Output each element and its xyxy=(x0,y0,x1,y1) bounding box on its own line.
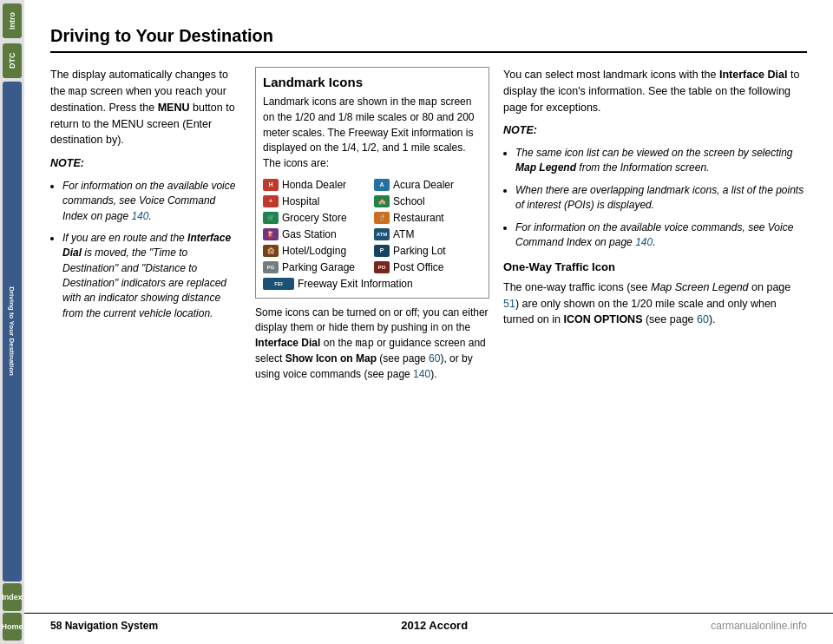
left-bullet-2: If you are en route and the Interface Di… xyxy=(62,231,241,321)
map-word-1: map xyxy=(69,86,88,98)
icon-parking-lot: P Parking Lot xyxy=(374,244,482,258)
right-bullet-2: When there are overlapping landmark icon… xyxy=(515,183,807,214)
sidebar-tab-dtc-label: DTC xyxy=(8,53,16,69)
sidebar: Intro DTC Driving to Your Destination In… xyxy=(0,0,24,644)
page-title: Driving to Your Destination xyxy=(50,26,807,53)
middle-column: Landmark Icons Landmark icons are shown … xyxy=(255,67,489,382)
school-badge: 🏫 xyxy=(374,195,390,207)
one-way-text: The one-way traffic icons (see Map Scree… xyxy=(503,279,807,328)
sidebar-tab-intro-label: Intro xyxy=(8,12,16,30)
parking-lot-badge: P xyxy=(374,245,390,257)
sidebar-tab-dtc[interactable]: DTC xyxy=(3,43,22,78)
right-note: NOTE: The same icon list can be viewed o… xyxy=(503,122,807,250)
hotel-label: Hotel/Lodging xyxy=(282,245,346,257)
gas-station-badge: ⛽ xyxy=(263,228,279,240)
menu-bold: MENU xyxy=(158,102,190,114)
grocery-label: Grocery Store xyxy=(282,212,347,224)
icon-restaurant: 🍴 Restaurant xyxy=(374,211,482,225)
landmark-box: Landmark Icons Landmark icons are shown … xyxy=(255,67,489,299)
landmark-below-text: Some icons can be turned on or off; you … xyxy=(255,306,489,382)
icon-options-bold: ICON OPTIONS xyxy=(564,313,643,325)
icon-parking-garage: PG Parking Garage xyxy=(263,260,371,274)
page-link-140-1[interactable]: 140 xyxy=(131,210,148,222)
icon-post-office: PO Post Office xyxy=(374,260,482,274)
hospital-badge: + xyxy=(263,195,279,207)
sidebar-tab-home-label: Home xyxy=(2,622,23,631)
footer-left: 58 Navigation System xyxy=(50,620,158,632)
icons-grid: H Honda Dealer A Acura Dealer + Hospital… xyxy=(263,178,482,291)
interface-dial-bold-3: Interface Dial xyxy=(719,69,788,81)
parking-garage-badge: PG xyxy=(263,261,279,273)
icon-acura-dealer: A Acura Dealer xyxy=(374,178,482,192)
footer-right: carmanualonline.info xyxy=(711,620,807,632)
post-office-label: Post Office xyxy=(393,261,443,273)
right-bullet-1: The same icon list can be viewed on the … xyxy=(515,146,807,176)
acura-dealer-badge: A xyxy=(374,179,390,191)
page-link-60-1[interactable]: 60 xyxy=(429,352,440,365)
page-link-140-3[interactable]: 140 xyxy=(635,236,653,248)
right-para1: You can select most landmark icons with … xyxy=(503,67,807,115)
parking-lot-label: Parking Lot xyxy=(393,245,446,257)
left-bullet-1: For information on the available voice c… xyxy=(62,179,241,224)
landmark-intro: Landmark icons are shown in the map scre… xyxy=(263,95,482,171)
icon-school: 🏫 School xyxy=(374,194,482,208)
freeway-label: Freeway Exit Information xyxy=(298,278,413,290)
hotel-badge: 🏨 xyxy=(263,245,279,257)
sidebar-tab-intro[interactable]: Intro xyxy=(3,3,22,38)
page-link-140-2[interactable]: 140 xyxy=(413,368,430,380)
main-content: Driving to Your Destination The display … xyxy=(24,0,833,644)
icon-atm: ATM ATM xyxy=(374,227,482,241)
left-bullets: For information on the available voice c… xyxy=(62,179,241,322)
post-office-badge: PO xyxy=(374,261,390,273)
one-way-title: One-Way Traffic Icon xyxy=(503,259,807,276)
icon-freeway: FEI Freeway Exit Information xyxy=(263,277,482,291)
restaurant-label: Restaurant xyxy=(393,212,444,224)
icon-grocery: 🛒 Grocery Store xyxy=(263,211,371,225)
grocery-badge: 🛒 xyxy=(263,212,279,224)
right-note-label: NOTE: xyxy=(503,122,807,139)
show-icon-bold: Show Icon on Map xyxy=(285,352,377,365)
gas-station-label: Gas Station xyxy=(282,228,337,240)
left-para1: The display automatically changes to the… xyxy=(50,67,241,148)
icon-hotel: 🏨 Hotel/Lodging xyxy=(263,244,371,258)
right-bullets: The same icon list can be viewed on the … xyxy=(515,146,807,250)
acura-dealer-label: Acura Dealer xyxy=(393,179,454,191)
note-label: NOTE: xyxy=(50,155,241,172)
sidebar-tab-driving[interactable]: Driving to Your Destination xyxy=(3,82,22,582)
right-bullet-3: For information on the available voice c… xyxy=(515,220,807,251)
icon-hospital: + Hospital xyxy=(263,194,371,208)
sidebar-tab-index-label: Index xyxy=(2,593,23,601)
footer: 58 Navigation System 2012 Accord carmanu… xyxy=(24,613,833,632)
sidebar-tab-driving-label: Driving to Your Destination xyxy=(9,287,16,377)
atm-label: ATM xyxy=(393,228,414,240)
page-link-60-2[interactable]: 60 xyxy=(697,313,709,325)
page-link-51[interactable]: 51 xyxy=(503,298,515,310)
honda-dealer-badge: H xyxy=(263,179,279,191)
landmark-box-title: Landmark Icons xyxy=(263,75,482,89)
right-column: You can select most landmark icons with … xyxy=(503,67,807,382)
restaurant-badge: 🍴 xyxy=(374,212,390,224)
right-text: You can select most landmark icons with … xyxy=(503,67,807,328)
hospital-label: Hospital xyxy=(282,195,319,207)
icon-honda-dealer: H Honda Dealer xyxy=(263,178,371,192)
school-label: School xyxy=(393,195,425,207)
footer-center: 2012 Accord xyxy=(401,619,468,632)
freeway-badge: FEI xyxy=(263,278,294,290)
sidebar-tab-index[interactable]: Index xyxy=(3,583,22,611)
left-column: The display automatically changes to the… xyxy=(50,67,241,382)
atm-badge: ATM xyxy=(374,228,390,240)
icon-gas-station: ⛽ Gas Station xyxy=(263,227,371,241)
parking-garage-label: Parking Garage xyxy=(282,261,355,273)
honda-dealer-label: Honda Dealer xyxy=(282,179,346,191)
map-word-2: map xyxy=(418,96,437,108)
sidebar-tab-home[interactable]: Home xyxy=(3,613,22,641)
left-body-text: The display automatically changes to the… xyxy=(50,67,241,321)
interface-dial-bold-2: Interface Dial xyxy=(255,337,320,349)
content-columns: The display automatically changes to the… xyxy=(50,67,807,382)
sidebar-bottom-tabs: Index Home xyxy=(3,583,22,641)
